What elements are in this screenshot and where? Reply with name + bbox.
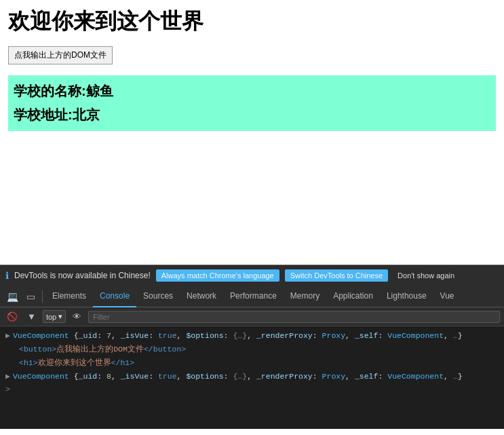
switch-chinese-button[interactable]: Switch DevTools to Chinese	[285, 269, 388, 282]
browser-page: 欢迎你来到这个世界 点我输出上方的DOM文件 学校的名称:鲸鱼 学校地址:北京	[0, 0, 504, 265]
devtools-tabs-bar: 💻 ▭ Elements Console Sources Network Per…	[0, 286, 504, 307]
dont-show-button[interactable]: Don't show again	[393, 269, 459, 282]
top-label: top	[46, 313, 56, 321]
tab-vue[interactable]: Vue	[433, 286, 461, 307]
console-output: VueComponent {_uid: 7, _isVue: true, $op…	[0, 326, 504, 429]
eye-button[interactable]: 👁	[70, 310, 84, 323]
top-context-selector[interactable]: top ▾	[43, 310, 66, 323]
line1-text: {_uid: 7, _isVue: true, $options: {…}, _…	[74, 331, 463, 340]
tab-console[interactable]: Console	[93, 286, 136, 307]
dom-output-button[interactable]: 点我输出上方的DOM文件	[8, 46, 113, 64]
inspect-element-button[interactable]: 💻	[3, 288, 22, 305]
tab-separator	[42, 290, 43, 303]
tab-network[interactable]: Network	[180, 286, 223, 307]
page-heading: 欢迎你来到这个世界	[8, 7, 496, 37]
filter-toggle-button[interactable]: ▼	[24, 310, 39, 323]
console-line-2: <button>点我输出上方的DOM文件</button>	[0, 343, 504, 356]
always-match-button[interactable]: Always match Chrome's language	[156, 269, 279, 282]
tab-elements[interactable]: Elements	[45, 286, 93, 307]
clear-console-button[interactable]: 🚫	[4, 310, 20, 323]
line4-text: {_uid: 8, _isVue: true, $options: {…}, _…	[74, 372, 463, 381]
tab-memory[interactable]: Memory	[284, 286, 326, 307]
console-line-4: VueComponent {_uid: 8, _isVue: true, $op…	[0, 370, 504, 383]
vue-component-label: VueComponent	[13, 331, 69, 340]
school-name: 学校的名称:鲸鱼	[14, 82, 490, 100]
devtools-panel: ℹ DevTools is now available in Chinese! …	[0, 265, 504, 429]
dropdown-arrow: ▾	[58, 312, 62, 321]
school-info-box: 学校的名称:鲸鱼 学校地址:北京	[8, 75, 496, 131]
tab-lighthouse[interactable]: Lighthouse	[380, 286, 433, 307]
expand-arrow-1[interactable]	[5, 330, 10, 342]
console-prompt: >	[0, 383, 504, 395]
tab-sources[interactable]: Sources	[136, 286, 180, 307]
tab-application[interactable]: Application	[326, 286, 380, 307]
expand-arrow-4[interactable]	[5, 371, 10, 383]
console-line-3: <h1>欢迎你来到这个世界</h1>	[0, 356, 504, 370]
console-toolbar: 🚫 ▼ top ▾ 👁	[0, 307, 504, 326]
device-toggle-button[interactable]: ▭	[22, 288, 39, 305]
notification-text: DevTools is now available in Chinese!	[14, 271, 151, 280]
console-filter-input[interactable]	[88, 311, 500, 323]
tab-performance[interactable]: Performance	[223, 286, 284, 307]
vue-component-label-2: VueComponent	[13, 372, 69, 381]
school-address: 学校地址:北京	[14, 106, 490, 124]
console-line-1: VueComponent {_uid: 7, _isVue: true, $op…	[0, 329, 504, 343]
devtools-notification-bar: ℹ DevTools is now available in Chinese! …	[0, 265, 504, 286]
info-icon: ℹ	[5, 270, 9, 281]
